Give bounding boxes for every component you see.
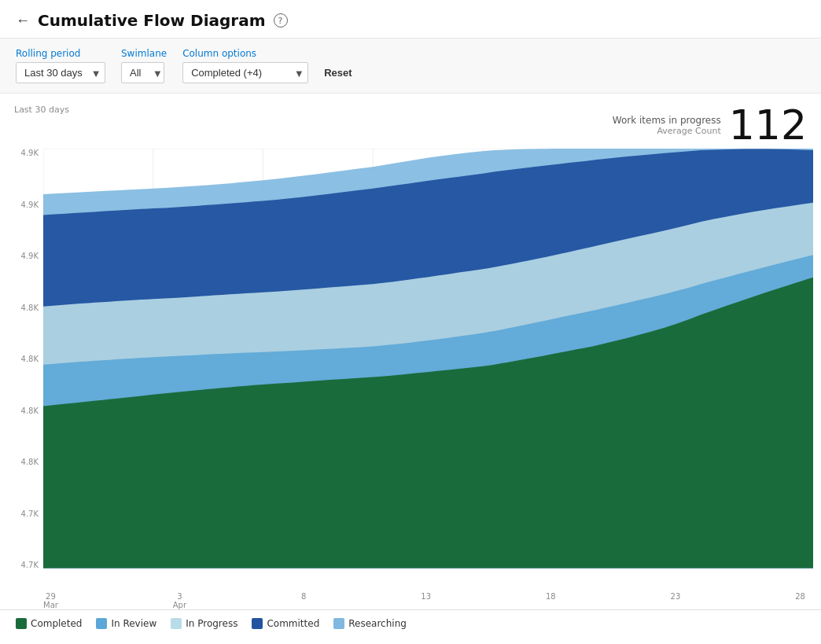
legend-swatch-completed xyxy=(16,618,27,629)
rolling-period-label: Rolling period xyxy=(16,48,105,59)
legend-label-committed: Committed xyxy=(267,618,319,629)
back-button[interactable]: ← xyxy=(16,13,30,29)
legend-item-in-review: In Review xyxy=(96,618,156,629)
legend-label-completed: Completed xyxy=(31,618,82,629)
y-label: 4.8K xyxy=(8,458,43,466)
header: ← Cumulative Flow Diagram ? xyxy=(0,0,821,39)
x-day-label: 28 xyxy=(795,592,805,601)
swimlane-group: Swimlane All ▼ xyxy=(121,48,167,83)
work-items-count: 112 xyxy=(729,105,807,145)
legend-label-in-review: In Review xyxy=(111,618,156,629)
chart-area: 4.9K 4.9K 4.9K 4.8K 4.8K 4.8K 4.8K 4.7K … xyxy=(8,149,813,589)
legend-swatch-in-review xyxy=(96,618,107,629)
legend-label-researching: Researching xyxy=(348,618,407,629)
y-label: 4.9K xyxy=(8,149,43,157)
x-month-label: Mar xyxy=(43,601,58,609)
y-label: 4.8K xyxy=(8,304,43,312)
legend-swatch-researching xyxy=(333,618,344,629)
chart-container: Last 30 days Work items in progress Aver… xyxy=(0,94,821,609)
y-label: 4.7K xyxy=(8,561,43,569)
x-label-group: 13 xyxy=(421,592,431,609)
x-label-group: 18 xyxy=(546,592,556,609)
swimlane-select-wrapper: All ▼ xyxy=(121,62,167,83)
work-items-title: Work items in progress xyxy=(613,115,721,126)
y-axis: 4.9K 4.9K 4.9K 4.8K 4.8K 4.8K 4.8K 4.7K … xyxy=(8,149,43,589)
work-items-sub: Average Count xyxy=(613,126,721,136)
x-label-group: 29 Mar xyxy=(43,592,58,609)
chart-svg xyxy=(43,149,813,589)
y-label: 4.8K xyxy=(8,355,43,363)
page-title: Cumulative Flow Diagram xyxy=(38,11,266,30)
help-icon[interactable]: ? xyxy=(274,13,288,28)
column-options-select-wrapper: Completed (+4) ▼ xyxy=(182,62,308,83)
legend-label-in-progress: In Progress xyxy=(186,618,237,629)
chart-period-label: Last 30 days xyxy=(14,105,69,115)
x-day-label: 8 xyxy=(301,592,306,601)
swimlane-label: Swimlane xyxy=(121,48,167,59)
swimlane-select[interactable]: All xyxy=(121,62,164,83)
x-day-label: 3 xyxy=(173,592,186,601)
y-label: 4.9K xyxy=(8,201,43,209)
x-label-group: 8 xyxy=(301,592,306,609)
x-label-group: 23 xyxy=(671,592,681,609)
back-icon: ← xyxy=(16,13,30,29)
x-label-group: 28 xyxy=(795,592,805,609)
x-axis: 29 Mar 3 Apr 8 13 18 23 28 xyxy=(8,589,813,609)
legend-item-completed: Completed xyxy=(16,618,82,629)
column-options-label: Column options xyxy=(182,48,308,59)
y-label: 4.9K xyxy=(8,252,43,260)
x-day-label: 13 xyxy=(421,592,431,601)
legend-item-committed: Committed xyxy=(252,618,319,629)
x-label-group: 3 Apr xyxy=(173,592,186,609)
work-items-labels: Work items in progress Average Count xyxy=(613,115,721,136)
legend-swatch-in-progress xyxy=(171,618,182,629)
x-day-label: 18 xyxy=(546,592,556,601)
legend-swatch-committed xyxy=(252,618,263,629)
x-month-label: Apr xyxy=(173,601,186,609)
rolling-period-select[interactable]: Last 30 days Last 14 days Last 7 days xyxy=(16,62,105,83)
x-day-label: 23 xyxy=(671,592,681,601)
x-day-label: 29 xyxy=(43,592,58,601)
y-label: 4.8K xyxy=(8,407,43,415)
rolling-period-select-wrapper: Last 30 days Last 14 days Last 7 days ▼ xyxy=(16,62,105,83)
controls-bar: Rolling period Last 30 days Last 14 days… xyxy=(0,39,821,94)
reset-button[interactable]: Reset xyxy=(324,62,352,83)
legend: Completed In Review In Progress Committe… xyxy=(0,610,821,640)
legend-item-researching: Researching xyxy=(333,618,407,629)
y-label: 4.7K xyxy=(8,510,43,518)
column-options-group: Column options Completed (+4) ▼ xyxy=(182,48,308,83)
column-options-select[interactable]: Completed (+4) xyxy=(182,62,308,83)
chart-meta: Last 30 days Work items in progress Aver… xyxy=(8,101,813,149)
rolling-period-group: Rolling period Last 30 days Last 14 days… xyxy=(16,48,105,83)
legend-item-in-progress: In Progress xyxy=(171,618,237,629)
work-items-info: Work items in progress Average Count 112 xyxy=(613,105,807,145)
